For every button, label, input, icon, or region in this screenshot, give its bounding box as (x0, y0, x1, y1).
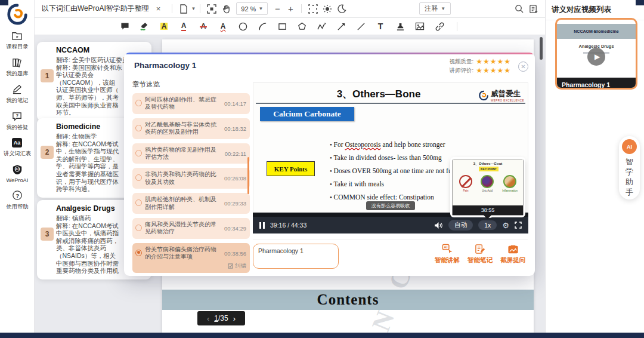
settings-gear-icon[interactable]: ⚙ (502, 222, 509, 229)
slide-banner: Calcium Carbonate (260, 107, 354, 121)
comment-icon[interactable] (118, 20, 131, 33)
page-menu-icon[interactable] (177, 2, 191, 16)
zoom-out-button[interactable]: − (271, 4, 284, 14)
hand-tool-icon[interactable] (219, 2, 233, 16)
video-list-title: 讲义对应视频列表 (546, 0, 644, 20)
sidebar-item-help[interactable]: ? 使用帮助 (5, 190, 29, 211)
page-indicator[interactable]: 1/35 (214, 314, 228, 322)
question-chat-icon: ? (11, 111, 23, 121)
sidebar-item-label: 讲义词汇表 (4, 150, 31, 158)
fullscreen-icon[interactable] (515, 222, 522, 229)
chapter-text: 骨关节病和偏头痛治疗药物的介绍与注意事项 (145, 246, 222, 261)
marquee-zoom-icon[interactable] (306, 2, 320, 16)
chapter-item[interactable]: 对乙酰氨基酚与非甾体类抗炎药的区别及副作用 00:18:32 (132, 118, 250, 139)
teacher-rating-stars[interactable]: ★★★★★ (476, 66, 511, 75)
sidebar-item-my-notes[interactable]: 我的笔记 (5, 84, 29, 105)
uric-acid-icon (481, 175, 494, 188)
text-highlight-icon[interactable]: A (157, 20, 171, 33)
sidebar-item-question-bank[interactable]: 我的题库 (5, 57, 29, 78)
line-icon[interactable] (354, 20, 367, 33)
dark-mode-icon[interactable] (335, 2, 349, 16)
polyline-icon[interactable] (315, 20, 328, 33)
video-thumbnail: NCCAOM-Biomedicine Analgesic Drugs ▶ (557, 24, 636, 78)
zoom-level-select[interactable]: 92 % ▼ (236, 2, 268, 15)
chapter-item[interactable]: 非鸦片类和鸦片类药物的比较及其功效 00:26:08 (132, 168, 250, 189)
highlighter-pen-icon[interactable] (138, 20, 151, 33)
sidebar-item-my-qa[interactable]: ? 我的答疑 (5, 111, 29, 131)
pause-button[interactable] (259, 222, 265, 229)
link-icon[interactable] (433, 20, 446, 33)
osteoporosis-term: Osteoporosis (345, 141, 380, 148)
document-scrollbar[interactable] (540, 37, 543, 60)
divider (172, 4, 172, 13)
fit-page-icon[interactable] (205, 2, 219, 16)
arc-icon[interactable] (256, 20, 269, 33)
page-current[interactable]: 1 (214, 314, 218, 322)
document-tab[interactable]: 以下词汇由WeProAI智学助手整理 × (35, 0, 168, 18)
ai-explain-button[interactable]: AI 智能讲解 (435, 244, 460, 265)
divider (200, 4, 200, 13)
brightness-icon[interactable] (320, 2, 335, 16)
chapter-radio-icon[interactable] (135, 150, 142, 156)
quality-auto-button[interactable]: 自动 (448, 220, 473, 231)
chapter-radio-icon[interactable] (135, 199, 142, 206)
text-underline-icon[interactable]: A (177, 20, 190, 33)
chapter-item[interactable]: 痛风和类风湿性关节炎的常见药物治疗 00:34:29 (132, 218, 250, 239)
slide-brand-logo: 威普爱生 WEPRO EXCELLENCE (478, 89, 524, 102)
chapter-text: 非鸦片类和鸦片类药物的比较及其功效 (145, 171, 222, 186)
tab-close-icon[interactable]: × (156, 4, 161, 13)
search-icon[interactable] (512, 2, 526, 16)
annotate-dropdown[interactable]: 注释 ▼ (419, 2, 451, 15)
polygon-icon[interactable] (295, 20, 308, 33)
chapter-radio-icon[interactable] (135, 100, 142, 106)
video-list-card[interactable]: NCCAOM-Biomedicine Analgesic Drugs ▶ Pha… (555, 18, 637, 90)
divider (457, 22, 457, 31)
sidebar-item-course-catalog[interactable]: 课程目录 (5, 30, 29, 51)
time-display: 39:16 / 44:33 (270, 222, 306, 229)
assistant-label-char: 学 (626, 167, 633, 177)
arrow-icon[interactable] (335, 20, 348, 33)
play-button-icon[interactable]: ▶ (587, 48, 605, 66)
image-icon[interactable] (413, 20, 426, 33)
chapter-item[interactable]: 肌肉松弛剂的种类、机制及副作用详解 00:29:33 (132, 193, 250, 214)
chapter-radio-icon[interactable] (135, 125, 142, 131)
ai-notes-button[interactable]: 智能笔记 (467, 244, 493, 265)
chapter-item[interactable]: 鸦片类药物的常见副作用及评估方法 00:22:11 (132, 143, 250, 164)
sidebar-item-label: WeProAI (6, 177, 28, 183)
ai-assistant-button[interactable]: AI 智 学 助 手 (619, 136, 640, 199)
next-page-icon[interactable]: › (233, 314, 236, 323)
chapter-radio-selected-icon[interactable] (135, 250, 142, 256)
svg-text:AI: AI (444, 245, 447, 249)
popup-close-icon[interactable]: ✕ (518, 62, 528, 72)
note-input[interactable]: Pharmacology 1 (253, 244, 339, 269)
text-squiggly-icon[interactable]: A (216, 20, 230, 33)
ellipse-icon[interactable] (236, 20, 249, 33)
page-menu-caret-icon[interactable]: ▼ (191, 6, 196, 11)
video-quality-stars[interactable]: ★★★★★ (476, 57, 511, 66)
chapter-radio-icon[interactable] (135, 225, 142, 231)
correction-button[interactable]: 纠错 (145, 262, 246, 270)
text-tool-icon[interactable]: T (374, 20, 387, 33)
assistant-label-char: 手 (626, 187, 633, 197)
top-toolbar: 以下词汇由WeProAI智学助手整理 × ▼ 92 % ▼ − + (35, 0, 545, 18)
zoom-in-button[interactable]: + (284, 4, 297, 14)
weproai-logo-icon (6, 3, 29, 26)
screenshot-ask-button[interactable]: 截屏提问 (500, 244, 525, 265)
chapter-item[interactable]: 阿司匹林的副作用、禁忌症及替代药物 00:14:17 (132, 93, 250, 114)
prev-page-icon[interactable]: ‹ (207, 314, 209, 323)
volume-icon[interactable] (434, 222, 443, 229)
assistant-label-char: 助 (626, 177, 633, 187)
chapter-item-selected[interactable]: 骨关节病和偏头痛治疗药物的介绍与注意事项 00:38:56 纠错 (132, 243, 250, 273)
speed-button[interactable]: 1x (478, 220, 497, 230)
text-strikethrough-icon[interactable]: A (197, 20, 210, 33)
subtitle-caption: 没有那么容易吸收 (366, 201, 415, 210)
chapter-scrollbar[interactable] (247, 157, 249, 194)
stamp-icon[interactable] (394, 20, 407, 33)
page-list-icon[interactable] (526, 2, 540, 16)
chapter-radio-icon[interactable] (135, 174, 142, 181)
sidebar-item-weproai[interactable]: AI WeProAI (5, 164, 29, 183)
annotate-caret-icon: ▼ (441, 6, 445, 11)
footer-divider (253, 239, 528, 239)
sidebar-item-glossary[interactable]: Aa 讲义词汇表 (2, 138, 32, 158)
rectangle-icon[interactable] (275, 20, 289, 33)
